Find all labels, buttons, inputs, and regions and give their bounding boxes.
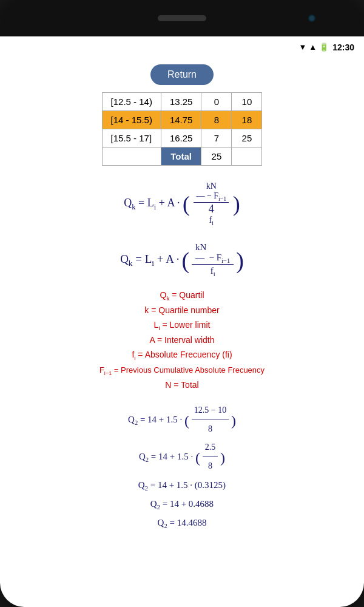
formula-close-paren: ) (236, 249, 244, 272)
freq-cell: 0 (201, 93, 232, 111)
calc-line-4: Q2 = 14 + 0.4688 (12, 495, 352, 514)
table-row-highlighted: [14 - 15.5) 14.75 8 18 (102, 111, 262, 129)
formula-fraction: kN— − Fi−1 fi (192, 242, 234, 279)
status-time: 12:30 (332, 42, 354, 52)
calc1-numerator: 12.5 − 10 (192, 402, 229, 419)
midpoint-cell-highlight: 14.75 (161, 111, 201, 129)
table-row-total: Total 25 (102, 148, 262, 166)
phone-frame: ▼ ▲ 🔋 12:30 Return [12.5 - 14) 13.25 0 1… (0, 0, 364, 607)
definitions-section: Qk = Quartil k = Quartile number Li = Lo… (12, 288, 352, 393)
total-label-cell: Total (161, 148, 201, 166)
formula-display: Qk = Li + A · ( kN— − Fi−1 4 fi ) (124, 181, 240, 226)
def-k: k = Quartile number (12, 304, 352, 318)
formula-qk: Qk = Li + A · (120, 253, 179, 268)
midpoint-cell-last: 16.25 (161, 129, 201, 148)
def-li: Li = Lower limit (12, 318, 352, 333)
screen-content: Return [12.5 - 14) 13.25 0 10 [14 - 15.5… (0, 58, 364, 607)
calc-line-5: Q2 = 14.4688 (12, 514, 352, 532)
calc1-denominator: 8 (206, 419, 215, 439)
wifi-icon: ▼ (298, 42, 306, 52)
def-n: N = Total (12, 378, 352, 393)
status-icons: ▼ ▲ 🔋 (298, 42, 329, 52)
formula-numerator: kN— − Fi−1 (192, 242, 234, 265)
phone-camera (308, 15, 315, 22)
main-formula-proper: Qk = Li + A · ( kN— − Fi−1 fi ) (12, 242, 352, 279)
total-value-cell: 25 (201, 148, 232, 166)
cumfreq-cell-last: 25 (232, 129, 262, 148)
phone-top-bar (0, 0, 364, 36)
interval-cell-last: [15.5 - 17] (102, 129, 161, 148)
calculations-section: Q2 = 14 + 1.5 · ( 12.5 − 10 8 ) Q2 = 14 … (12, 402, 352, 532)
def-qk: Qk = Quartil (12, 288, 352, 304)
calc2-denominator: 8 (206, 456, 215, 476)
interval-cell: [12.5 - 14) (102, 93, 161, 111)
status-bar: ▼ ▲ 🔋 12:30 (0, 36, 364, 58)
formula-rendered: Qk = Li + A · ( kN— − Fi−1 fi ) (120, 242, 244, 279)
cumfreq-cell: 10 (232, 93, 262, 111)
calc-line-1: Q2 = 14 + 1.5 · ( 12.5 − 10 8 ) (12, 402, 352, 439)
phone-speaker (158, 15, 206, 21)
calc2-numerator: 2.5 (203, 439, 218, 456)
def-a: A = Interval width (12, 333, 352, 348)
def-fi: fi = Absolute Frecuency (fi) (12, 348, 352, 363)
table-row-last: [15.5 - 17] 16.25 7 25 (102, 129, 262, 148)
cumfreq-cell-highlight: 18 (232, 111, 262, 129)
interval-cell-highlight: [14 - 15.5) (102, 111, 161, 129)
formula-open-paren: ( (181, 249, 189, 272)
battery-icon: 🔋 (319, 42, 329, 52)
def-fi-minus1: Fi−1 = Previous Cumulative Absolute Frec… (12, 364, 352, 378)
return-button[interactable]: Return (150, 64, 214, 85)
calc-line-3: Q2 = 14 + 1.5 · (0.3125) (12, 476, 352, 495)
freq-cell-highlight: 8 (201, 111, 232, 129)
main-formula: Qk = Li + A · ( kN— − Fi−1 4 fi ) (12, 181, 352, 226)
freq-cell-last: 7 (201, 129, 232, 148)
signal-icon: ▲ (309, 42, 317, 52)
calc-line-2: Q2 = 14 + 1.5 · ( 2.5 8 ) (12, 439, 352, 476)
data-table: [12.5 - 14) 13.25 0 10 [14 - 15.5) 14.75… (12, 92, 352, 166)
formula-denominator: fi (207, 265, 219, 279)
table-row: [12.5 - 14) 13.25 0 10 (102, 93, 262, 111)
midpoint-cell: 13.25 (161, 93, 201, 111)
